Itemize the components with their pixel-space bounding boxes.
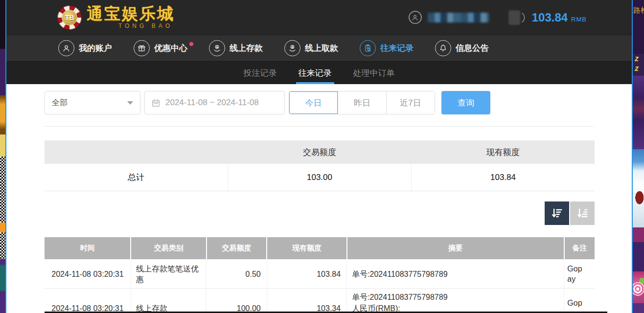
bg-segment — [0, 134, 5, 156]
svg-text:$: $ — [292, 45, 293, 48]
qr-code-graphic — [0, 232, 5, 259]
viewport-edge-line — [632, 0, 633, 313]
today-button[interactable]: 今日 — [289, 91, 338, 114]
caret-down-icon — [127, 101, 133, 105]
record-subtabs: 投注记录 往来记录 处理中订单 — [6, 61, 632, 84]
transaction-type-select[interactable]: 全部 — [45, 91, 140, 114]
summary-header-row: 交易额度 现有额度 — [45, 140, 595, 164]
gift-icon — [134, 40, 150, 56]
shark-game-thumbnail — [633, 149, 644, 227]
background-clipped-text: 路检 — [633, 0, 644, 54]
main-navigation: 我的账户 优惠中心 ¥ — [6, 35, 632, 61]
cell-time: 2024-11-08 03:20:31 — [45, 289, 131, 313]
bg-segment — [0, 95, 5, 134]
nav-item-online-withdrawal[interactable]: $ 线上取款 — [284, 40, 338, 56]
cell-balance: 103.34 — [267, 289, 346, 313]
nav-item-my-account[interactable]: 我的账户 — [58, 40, 112, 56]
select-value: 全部 — [52, 98, 68, 108]
casino-chip-logo-icon: TB — [57, 5, 82, 30]
viewport-edge-line — [5, 0, 6, 313]
balance-currency: RMB — [571, 16, 587, 23]
tab-betting-records[interactable]: 投注记录 — [241, 62, 279, 84]
nav-item-online-deposit[interactable]: ¥ 线上存款 — [209, 40, 263, 56]
date-range-input[interactable]: 2024-11-08 ~ 2024-11-08 — [144, 91, 285, 114]
bg-segment — [633, 227, 644, 242]
nav-item-announcements[interactable]: 信息公告 — [435, 40, 489, 56]
summary-col-balance: 现有额度 — [411, 140, 595, 164]
screen: TB 通宝娱乐城 TONG BAO 1 — [0, 0, 644, 313]
col-amount: 交易额度 — [207, 237, 267, 260]
summary-col-spacer — [45, 140, 228, 164]
col-remark: 备注 — [564, 237, 595, 260]
bg-segment — [633, 242, 644, 271]
deposit-icon: ¥ — [209, 40, 225, 56]
search-button[interactable]: 查询 — [441, 91, 490, 114]
withdraw-icon: $ — [284, 40, 300, 56]
sort-ascending-button[interactable] — [570, 201, 595, 225]
summary-transaction-total: 103.00 — [228, 164, 411, 191]
nav-label: 线上取款 — [305, 43, 338, 54]
records-icon — [360, 40, 376, 56]
col-summary: 摘要 — [347, 237, 564, 260]
candy-game-thumbnail — [633, 271, 644, 303]
tab-processing-orders[interactable]: 处理中订单 — [351, 62, 397, 84]
sort-ascending-icon — [575, 206, 589, 220]
underlying-page-left-strip — [0, 0, 5, 313]
background-gold-art: zz — [633, 54, 644, 76]
tab-transaction-records[interactable]: 往来记录 — [296, 62, 334, 84]
bg-segment — [0, 223, 5, 232]
filter-row: 全部 2024-11-08 ~ 2024-11-08 今日 昨日 近7日 — [45, 91, 595, 114]
cell-amount: 0.50 — [207, 260, 267, 289]
cell-type: 线上存款笔笔送优惠 — [131, 260, 206, 289]
records-content: 全部 2024-11-08 ~ 2024-11-08 今日 昨日 近7日 — [6, 84, 632, 313]
table-row: 2024-11-08 03:20:31 线上存款笔笔送优惠 0.50 103.8… — [45, 260, 595, 289]
sort-descending-button[interactable] — [545, 201, 569, 225]
cell-summary: 单号:202411083775798789 — [347, 260, 564, 289]
wallet-balance: 103.84 RMB — [532, 11, 587, 24]
nav-label: 线上存款 — [230, 43, 263, 54]
avatar-icon[interactable] — [409, 11, 422, 24]
summary-total-row: 总计 103.00 103.84 — [45, 164, 595, 191]
balance-amount: 103.84 — [532, 11, 568, 24]
nav-label: 我的账户 — [79, 43, 112, 54]
nav-item-transaction-records[interactable]: 往来记录 — [360, 40, 414, 56]
refresh-arc-icon — [521, 11, 527, 24]
summary-col-transaction: 交易额度 — [228, 140, 412, 164]
summary-total-label: 总计 — [45, 164, 228, 191]
table-row: 2024-11-08 03:20:31 线上存款 100.00 103.34 单… — [45, 289, 595, 313]
site-logo[interactable]: TB 通宝娱乐城 TONG BAO — [57, 5, 175, 30]
underlying-page-right-strip: 路检 zz — [633, 0, 644, 313]
last-7-days-button[interactable]: 近7日 — [386, 91, 435, 114]
site-subtitle: TONG BAO — [87, 22, 175, 29]
notification-dot — [189, 42, 193, 46]
nav-label: 往来记录 — [380, 43, 414, 54]
col-type: 交易类别 — [131, 237, 206, 260]
calendar-icon — [151, 98, 161, 108]
col-time: 时间 — [45, 237, 131, 260]
cell-time: 2024-11-08 03:20:31 — [45, 260, 131, 289]
bg-segment — [633, 303, 644, 313]
col-balance: 现有额度 — [267, 237, 346, 260]
records-header-row: 时间 交易类别 交易额度 现有额度 摘要 备注 — [45, 237, 595, 260]
cell-remark: Gopay — [564, 260, 595, 289]
section-divider — [45, 126, 595, 127]
yesterday-button[interactable]: 昨日 — [338, 91, 386, 114]
quick-range-group: 今日 昨日 近7日 — [289, 91, 435, 114]
qr-code-graphic — [0, 156, 5, 223]
cell-amount: 100.00 — [207, 289, 267, 313]
bg-segment — [633, 76, 644, 149]
sort-descending-icon — [550, 206, 564, 220]
nav-label: 优惠中心 — [154, 43, 187, 54]
cell-summary: 单号:202411083775798789 人民币(RMB): 100 — [347, 289, 564, 313]
cell-balance: 103.84 — [267, 260, 346, 289]
top-header: TB 通宝娱乐城 TONG BAO 1 — [6, 0, 632, 35]
user-account-area: 103.84 RMB — [409, 10, 587, 25]
bg-segment — [0, 259, 5, 313]
refresh-balance-button-censored[interactable] — [508, 10, 520, 25]
nav-item-promotions[interactable]: 优惠中心 — [134, 40, 187, 56]
nav-label: 信息公告 — [456, 43, 489, 54]
username-censored[interactable] — [428, 13, 489, 22]
site-title: 通宝娱乐城 — [87, 5, 175, 22]
account-icon — [58, 40, 74, 56]
chip-monogram: TB — [62, 10, 77, 25]
